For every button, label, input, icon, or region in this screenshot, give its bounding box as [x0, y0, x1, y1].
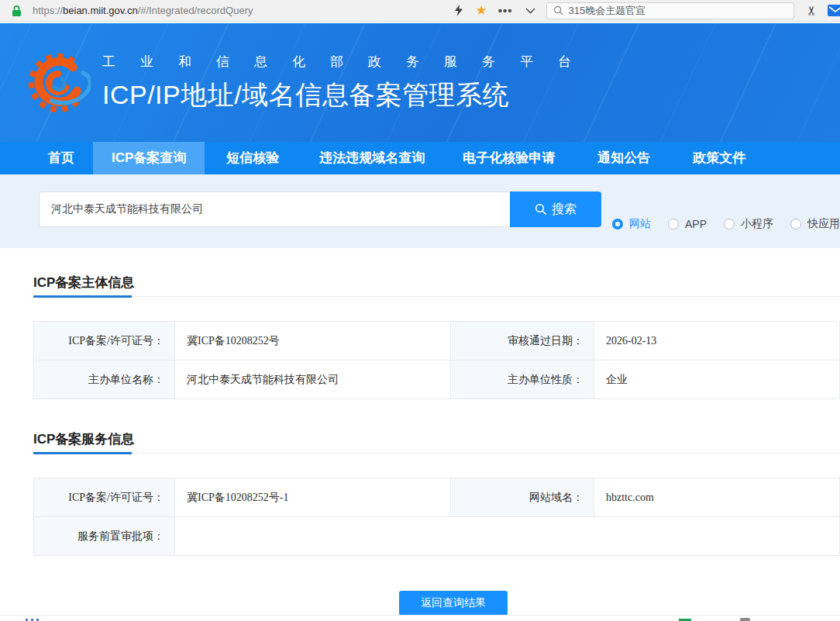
browser-search-box[interactable] [546, 2, 794, 19]
radio-dot [790, 219, 801, 229]
padlock-icon[interactable] [12, 5, 22, 16]
main-nav: 首页 ICP备案查询 短信核验 违法违规域名查询 电子化核验申请 通知公告 政策… [0, 142, 840, 174]
radio-dot [612, 219, 623, 229]
table-row: 服务前置审批项： [34, 517, 840, 556]
field-label: 网站域名： [451, 478, 594, 517]
search-section: 搜索 网站 APP 小程序 快应用 [0, 174, 840, 248]
radio-website[interactable]: 网站 [612, 217, 651, 231]
page: https://beian.miit.gov.cn/#/Integrated/r… [0, 0, 840, 621]
subject-info-table: ICP备案/许可证号： 冀ICP备10208252号 审核通过日期： 2026-… [33, 321, 840, 399]
field-label: 服务前置审批项： [34, 517, 175, 556]
scissors-icon[interactable]: ✂ [804, 5, 819, 16]
radio-app[interactable]: APP [668, 218, 707, 230]
browser-address-bar: https://beian.miit.gov.cn/#/Integrated/r… [0, 0, 840, 22]
radio-label: 小程序 [741, 217, 773, 231]
platform-name: 工业和信息化部政务服务平台 [102, 53, 596, 71]
nav-tab-policy-documents[interactable]: 政策文件 [693, 142, 745, 174]
field-label: 主办单位名称： [34, 361, 175, 399]
radio-label: 网站 [629, 217, 651, 231]
table-row: ICP备案/许可证号： 冀ICP备10208252号 审核通过日期： 2026-… [34, 322, 840, 361]
subject-section-title: ICP备案主体信息 [33, 274, 840, 292]
field-label: ICP备案/许可证号： [34, 478, 175, 517]
site-title: ICP/IP地址/域名信息备案管理系统 [102, 78, 596, 113]
search-icon [553, 5, 563, 16]
lightning-icon[interactable] [454, 5, 463, 16]
field-value [175, 517, 840, 556]
table-row: 主办单位名称： 河北中泰天成节能科技有限公司 主办单位性质： 企业 [34, 361, 840, 399]
footer-gear-icon [740, 618, 750, 621]
service-info-table: ICP备案/许可证号： 冀ICP备10208252号-1 网站域名： hbztt… [33, 478, 840, 556]
search-button[interactable]: 搜索 [510, 191, 601, 227]
field-label: 审核通过日期： [451, 322, 594, 361]
mail-icon[interactable] [828, 5, 840, 16]
search-icon [535, 203, 547, 216]
field-value: 企业 [594, 361, 840, 399]
service-info-section: ICP备案服务信息 ICP备案/许可证号： 冀ICP备10208252号-1 网… [33, 430, 840, 556]
nav-tab-sms-verify[interactable]: 短信核验 [226, 142, 279, 174]
url-path: /#/Integrated/recordQuery [138, 5, 253, 16]
url-host: beian.miit.gov.cn [63, 5, 138, 16]
service-section-title: ICP备案服务信息 [33, 430, 840, 449]
field-value: 冀ICP备10208252号-1 [175, 478, 451, 517]
nav-tab-notices[interactable]: 通知公告 [597, 142, 650, 174]
radio-mini-program[interactable]: 小程序 [724, 217, 773, 231]
footer-strip [0, 615, 840, 621]
browser-search-input[interactable] [569, 5, 770, 16]
field-value: 冀ICP备10208252号 [175, 322, 451, 361]
record-detail: ICP备案主体信息 ICP备案/许可证号： 冀ICP备10208252号 审核通… [0, 248, 840, 615]
url-field[interactable]: https://beian.miit.gov.cn/#/Integrated/r… [33, 5, 253, 16]
chevron-down-icon[interactable] [525, 8, 535, 14]
field-value: 2026-02-13 [594, 322, 840, 361]
field-value: hbzttc.com [594, 478, 840, 517]
title-underline [33, 295, 132, 298]
query-input[interactable] [39, 191, 510, 227]
table-row: ICP备案/许可证号： 冀ICP备10208252号-1 网站域名： hbztt… [34, 478, 840, 517]
field-label: ICP备案/许可证号： [34, 322, 175, 361]
nav-tab-e-verification[interactable]: 电子化核验申请 [463, 142, 555, 174]
search-button-label: 搜索 [552, 202, 577, 218]
bookmark-star-icon[interactable]: ★ [476, 4, 487, 17]
nav-tab-home[interactable]: 首页 [48, 142, 74, 174]
title-underline [33, 452, 132, 454]
site-header: 工业和信息化部政务服务平台 ICP/IP地址/域名信息备案管理系统 [0, 23, 840, 142]
back-to-results-button[interactable]: 返回查询结果 [399, 591, 508, 615]
radio-quick-app[interactable]: 快应用 [790, 217, 840, 231]
field-value: 河北中泰天成节能科技有限公司 [175, 361, 451, 399]
more-options-icon[interactable]: ••• [498, 4, 513, 17]
radio-label: 快应用 [807, 217, 840, 231]
nav-tab-illegal-domain-query[interactable]: 违法违规域名查询 [319, 142, 425, 174]
radio-dot [724, 219, 735, 229]
nav-tab-icp-query[interactable]: ICP备案查询 [93, 142, 205, 174]
radio-label: APP [685, 218, 707, 230]
url-scheme: https:// [33, 5, 63, 16]
search-type-radios: 网站 APP 小程序 快应用 [612, 217, 840, 231]
field-label: 主办单位性质： [451, 361, 594, 399]
radio-dot [668, 219, 679, 229]
miit-beian-logo-icon [26, 47, 91, 119]
subject-info-section: ICP备案主体信息 ICP备案/许可证号： 冀ICP备10208252号 审核通… [33, 274, 840, 399]
